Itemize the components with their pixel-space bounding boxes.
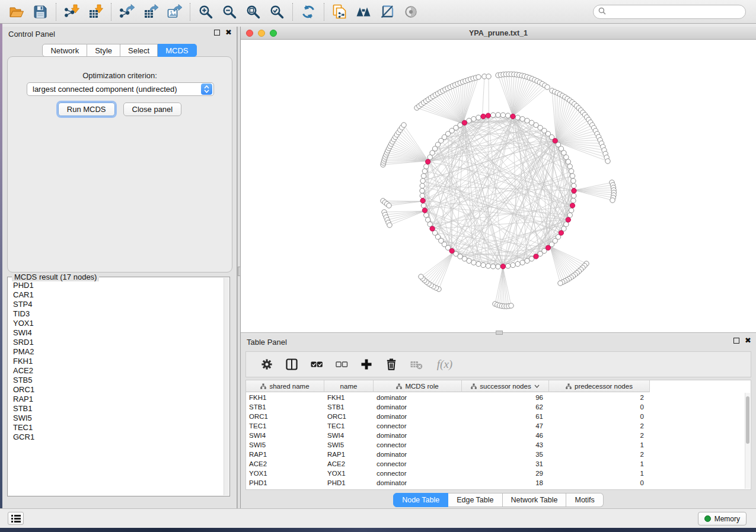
network-node[interactable]	[511, 262, 515, 267]
table-row[interactable]: SWI4SWI4dominator462	[246, 431, 745, 440]
close-panel-icon[interactable]: ✖	[745, 338, 751, 344]
mcds-result-item[interactable]: ACE2	[8, 366, 224, 376]
network-node[interactable]	[506, 113, 511, 118]
column-view-button[interactable]	[283, 355, 301, 373]
import-table-button[interactable]	[84, 2, 107, 22]
zoom-selected-button[interactable]	[265, 2, 289, 22]
close-panel-button[interactable]: Close panel	[123, 102, 182, 116]
mcds-result-item[interactable]: TEC1	[8, 423, 224, 432]
network-node-mcds[interactable]	[420, 198, 425, 203]
search-box[interactable]	[593, 5, 746, 19]
column-header-MCDS-role[interactable]: MCDS role	[374, 380, 462, 392]
network-node-mcds[interactable]	[572, 188, 576, 193]
find-button[interactable]	[352, 2, 375, 22]
network-node[interactable]	[610, 198, 615, 203]
network-node[interactable]	[424, 213, 429, 217]
tab-select[interactable]: Select	[120, 44, 158, 57]
tab-mcds[interactable]: MCDS	[158, 44, 196, 57]
network-node[interactable]	[467, 118, 471, 123]
network-node[interactable]	[520, 260, 525, 265]
network-node[interactable]	[509, 303, 513, 308]
network-node[interactable]	[490, 264, 495, 269]
network-node[interactable]	[569, 169, 573, 174]
tab-motifs[interactable]: Motifs	[566, 493, 603, 507]
network-node[interactable]	[569, 208, 573, 213]
table-row[interactable]: TEC1TEC1connector472	[246, 421, 745, 431]
network-node[interactable]	[572, 183, 576, 188]
scrollbar-thumb[interactable]	[746, 396, 749, 444]
export-image-button[interactable]	[162, 2, 186, 22]
select-all-button[interactable]	[308, 355, 326, 373]
network-node[interactable]	[420, 188, 425, 193]
network-node[interactable]	[558, 281, 563, 286]
clone-network-button[interactable]	[328, 2, 352, 22]
tab-edge-table[interactable]: Edge Table	[448, 493, 502, 507]
network-node[interactable]	[500, 113, 505, 117]
mcds-result-item[interactable]: PMA2	[8, 347, 224, 357]
delete-column-button[interactable]	[382, 355, 400, 373]
network-node-mcds[interactable]	[566, 217, 570, 222]
table-row[interactable]: SWI5SWI5connector431	[246, 440, 745, 450]
network-node[interactable]	[490, 113, 495, 117]
network-node[interactable]	[571, 198, 576, 203]
table-row[interactable]: ACE2ACE2connector311	[246, 459, 745, 469]
network-node[interactable]	[419, 274, 423, 279]
network-node-mcds[interactable]	[553, 138, 557, 143]
network-canvas[interactable]	[241, 40, 756, 332]
network-node[interactable]	[496, 113, 500, 117]
table-row[interactable]: RAP1RAP1dominator352	[246, 450, 745, 459]
network-node[interactable]	[566, 159, 570, 164]
close-panel-icon[interactable]: ✖	[225, 30, 232, 36]
mcds-result-item[interactable]: STB1	[8, 404, 224, 414]
mcds-result-item[interactable]: SWI5	[8, 414, 224, 423]
network-node[interactable]	[421, 174, 426, 178]
network-node[interactable]	[486, 264, 490, 268]
column-header-predecessor-nodes[interactable]: predecessor nodes	[549, 380, 650, 392]
memory-button[interactable]: Memory	[698, 512, 747, 525]
tab-network[interactable]: Network	[42, 44, 87, 57]
network-node[interactable]	[570, 174, 575, 178]
network-node-mcds[interactable]	[481, 114, 486, 118]
network-node[interactable]	[471, 117, 476, 121]
network-node[interactable]	[515, 115, 520, 120]
refresh-button[interactable]	[296, 2, 320, 22]
network-node[interactable]	[387, 223, 392, 227]
open-file-button[interactable]	[5, 2, 28, 22]
network-node[interactable]	[476, 115, 481, 120]
network-node-mcds[interactable]	[500, 264, 505, 269]
gear-button[interactable]	[258, 355, 276, 373]
table-row[interactable]: ORC1ORC1dominator610	[246, 412, 745, 421]
network-node[interactable]	[387, 203, 391, 208]
export-network-button[interactable]	[115, 2, 139, 22]
network-node[interactable]	[424, 164, 429, 169]
network-node[interactable]	[420, 193, 425, 198]
network-node[interactable]	[515, 261, 520, 266]
run-mcds-button[interactable]: Run MCDS	[58, 102, 115, 116]
network-node-mcds[interactable]	[559, 230, 563, 235]
network-node[interactable]	[422, 169, 427, 174]
network-node[interactable]	[476, 75, 481, 79]
network-node[interactable]	[496, 264, 500, 269]
network-node-mcds[interactable]	[426, 159, 430, 164]
mcds-result-item[interactable]: PHD1	[8, 281, 224, 290]
zoom-fit-button[interactable]	[241, 2, 265, 22]
zoom-in-button[interactable]	[194, 2, 218, 22]
network-node[interactable]	[506, 264, 511, 268]
network-node-mcds[interactable]	[546, 245, 550, 250]
import-network-button[interactable]	[60, 2, 84, 22]
deselect-all-button[interactable]	[333, 355, 350, 373]
network-node-mcds[interactable]	[534, 254, 538, 259]
network-node-mcds[interactable]	[449, 248, 454, 253]
mcds-result-item[interactable]: YOX1	[8, 319, 224, 328]
mcds-result-item[interactable]: TID3	[8, 309, 224, 319]
add-column-button[interactable]	[358, 355, 375, 373]
zoom-out-button[interactable]	[218, 2, 241, 22]
network-node[interactable]	[486, 74, 491, 79]
network-node[interactable]	[572, 193, 576, 198]
column-header-name[interactable]: name	[324, 380, 374, 392]
column-header-shared-name[interactable]: shared name	[246, 380, 324, 392]
network-node[interactable]	[567, 213, 572, 217]
tab-node-table[interactable]: Node Table	[393, 493, 448, 507]
export-table-button[interactable]	[139, 2, 162, 22]
show-graphics-button[interactable]	[399, 2, 423, 22]
